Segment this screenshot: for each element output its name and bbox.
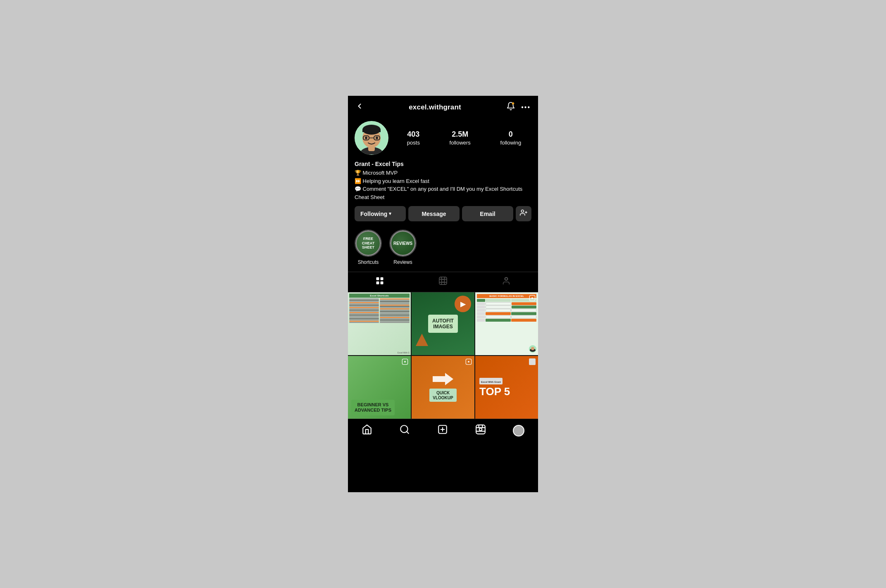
highlight-shortcuts-label: Shortcuts	[358, 259, 379, 265]
more-options-icon[interactable]: •••	[521, 104, 531, 111]
highlight-reviews-inner: REVIEWS	[390, 230, 416, 256]
svg-rect-15	[376, 277, 379, 280]
svg-point-38	[468, 361, 469, 363]
bio-section: Grant - Excel Tips 🏆 Microsoft MVP ⏩ Hel…	[355, 161, 531, 201]
chevron-down-icon: ▾	[389, 211, 391, 216]
highlight-reviews-circle: REVIEWS	[389, 230, 417, 257]
bio-line-3: 💬 Comment "EXCEL" on any post and I'll D…	[355, 185, 531, 201]
following-button[interactable]: Following ▾	[355, 206, 406, 221]
svg-point-34	[531, 347, 534, 350]
svg-point-12	[521, 210, 524, 212]
highlight-reviews[interactable]: REVIEWS Reviews	[389, 230, 417, 265]
photo-grid: Excel Shortcuts	[348, 292, 538, 419]
grid-item-4[interactable]: BEGINNER VSADVANCED TIPS	[348, 356, 411, 419]
tab-bar	[348, 272, 538, 292]
tagged-tab-icon[interactable]	[502, 276, 511, 288]
svg-marker-39	[433, 373, 453, 385]
svg-rect-45	[476, 425, 485, 434]
bio-line-2: ⏩ Helping you learn Excel fast	[355, 177, 531, 185]
following-count: 0	[500, 130, 522, 139]
grid-item-1[interactable]: Excel Shortcuts	[348, 292, 411, 355]
back-icon[interactable]	[355, 102, 364, 112]
search-nav-icon[interactable]	[399, 424, 410, 437]
profile-section: 403 posts 2.5M followers 0 following Gra…	[348, 117, 538, 270]
reels-tab-icon[interactable]	[438, 276, 448, 288]
svg-point-20	[441, 279, 444, 282]
reel-badge-3	[529, 295, 536, 303]
profile-name: Grant - Excel Tips	[355, 161, 531, 167]
highlight-reviews-label: Reviews	[393, 259, 412, 265]
square-icon	[529, 358, 536, 365]
posts-stat[interactable]: 403 posts	[407, 130, 420, 146]
grid-item-3[interactable]: BASIC FORMULAS IN EXCEL	[475, 292, 538, 355]
bio-line-1: 🏆 Microsoft MVP	[355, 169, 531, 177]
svg-point-0	[512, 102, 514, 105]
action-buttons: Following ▾ Message Email	[355, 206, 531, 221]
header: excel.withgrant •••	[348, 96, 538, 117]
highlight-shortcuts-circle: FREECHEATSHEET	[355, 230, 382, 257]
followers-label: followers	[450, 140, 471, 146]
following-stat[interactable]: 0 following	[500, 130, 522, 146]
posts-count: 403	[407, 130, 420, 139]
grid-item-6[interactable]: Excel With Grant TOP 5	[475, 356, 538, 419]
posts-label: posts	[407, 140, 420, 146]
reels-nav-icon[interactable]	[475, 424, 486, 437]
svg-point-11	[376, 137, 378, 139]
svg-point-31	[531, 297, 533, 299]
svg-rect-18	[380, 282, 383, 284]
add-post-nav-icon[interactable]	[437, 424, 448, 437]
reel-badge-5	[465, 358, 472, 366]
reel-badge-4	[402, 358, 408, 366]
svg-rect-19	[439, 277, 447, 285]
add-person-button[interactable]	[516, 206, 531, 221]
followers-stat[interactable]: 2.5M followers	[450, 130, 471, 146]
header-icons: •••	[506, 102, 531, 113]
avatar[interactable]	[355, 121, 388, 155]
grid-item-2[interactable]: ▶ AUTOFITIMAGES	[412, 292, 474, 355]
followers-count: 2.5M	[450, 130, 471, 139]
highlight-shortcuts-inner: FREECHEATSHEET	[355, 230, 381, 256]
svg-point-10	[365, 137, 367, 139]
bottom-nav	[348, 419, 538, 443]
notification-icon[interactable]	[506, 102, 515, 113]
following-label: following	[500, 140, 522, 146]
svg-point-46	[479, 428, 482, 431]
svg-marker-29	[416, 334, 428, 346]
profile-top: 403 posts 2.5M followers 0 following	[355, 121, 531, 155]
message-button[interactable]: Message	[408, 206, 460, 221]
svg-rect-17	[376, 282, 379, 284]
profile-username: excel.withgrant	[409, 103, 461, 111]
email-button[interactable]: Email	[462, 206, 513, 221]
svg-rect-28	[505, 278, 508, 280]
svg-rect-6	[362, 130, 381, 132]
highlight-shortcuts[interactable]: FREECHEATSHEET Shortcuts	[355, 230, 382, 265]
svg-point-36	[404, 361, 406, 363]
home-nav-icon[interactable]	[362, 424, 372, 437]
grid-item-5[interactable]: QUICKVLOOKUP	[412, 356, 474, 419]
svg-rect-16	[380, 277, 383, 280]
svg-line-41	[407, 432, 409, 434]
profile-nav-avatar[interactable]	[513, 425, 524, 436]
highlights-section: FREECHEATSHEET Shortcuts REVIEWS Reviews	[355, 227, 531, 270]
phone-container: excel.withgrant •••	[348, 96, 538, 492]
stats-row: 403 posts 2.5M followers 0 following	[397, 130, 531, 146]
grid-tab-icon[interactable]	[375, 276, 384, 288]
